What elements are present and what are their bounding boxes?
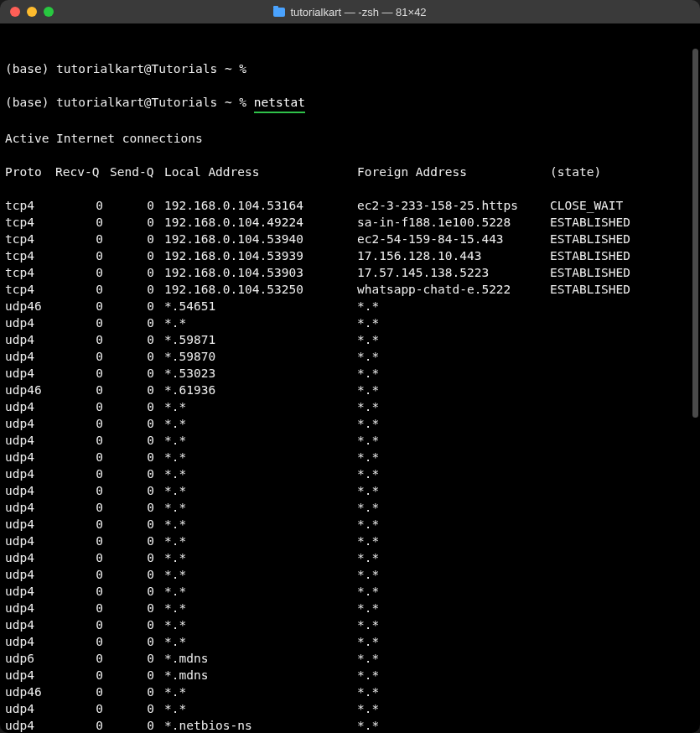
cell-recvq: 0 <box>55 616 110 633</box>
col-sendq: Send-Q <box>110 164 164 180</box>
cell-proto: tcp4 <box>5 264 55 281</box>
cell-state <box>550 549 695 566</box>
window-titlebar[interactable]: tutorialkart — -zsh — 81×42 <box>0 0 700 23</box>
cell-foreign: 17.156.128.10.443 <box>357 247 550 264</box>
cell-sendq: 0 <box>110 482 164 499</box>
cell-recvq: 0 <box>55 264 110 281</box>
cell-recvq: 0 <box>55 281 110 298</box>
cell-sendq: 0 <box>110 650 164 667</box>
cell-local: *.* <box>164 583 357 600</box>
cell-foreign: *.* <box>357 382 550 398</box>
cell-recvq: 0 <box>55 331 110 348</box>
cell-local: *.59871 <box>164 331 357 348</box>
cell-proto: udp4 <box>5 583 55 600</box>
cell-state <box>550 482 695 499</box>
cell-proto: udp4 <box>5 499 55 516</box>
cell-recvq: 0 <box>55 247 110 264</box>
cell-sendq: 0 <box>110 315 164 331</box>
cell-foreign: *.* <box>357 566 550 583</box>
cell-local: *.61936 <box>164 382 357 398</box>
cell-proto: tcp4 <box>5 231 55 247</box>
table-row: udp400*.**.* <box>5 700 695 717</box>
cell-state <box>550 432 695 449</box>
cell-foreign: *.* <box>357 465 550 482</box>
table-row: udp400*.**.* <box>5 516 695 533</box>
cell-local: *.* <box>164 315 357 331</box>
col-recvq: Recv-Q <box>55 164 110 180</box>
cell-sendq: 0 <box>110 197 164 214</box>
cell-sendq: 0 <box>110 516 164 533</box>
table-row: udp400*.**.* <box>5 566 695 583</box>
cell-recvq: 0 <box>55 449 110 465</box>
cell-foreign: *.* <box>357 633 550 650</box>
cell-proto: tcp4 <box>5 281 55 298</box>
cell-sendq: 0 <box>110 365 164 382</box>
cell-proto: udp46 <box>5 382 55 398</box>
cell-proto: udp6 <box>5 650 55 667</box>
close-icon[interactable] <box>10 7 20 17</box>
cell-local: *.54651 <box>164 298 357 315</box>
window-title-text: tutorialkart — -zsh — 81×42 <box>290 6 426 18</box>
cell-state <box>550 633 695 650</box>
cell-recvq: 0 <box>55 197 110 214</box>
table-row: udp4600*.54651*.* <box>5 298 695 315</box>
cell-recvq: 0 <box>55 717 110 733</box>
cell-sendq: 0 <box>110 616 164 633</box>
cell-state <box>550 700 695 717</box>
cell-sendq: 0 <box>110 264 164 281</box>
cell-sendq: 0 <box>110 432 164 449</box>
cell-foreign: *.* <box>357 717 550 733</box>
cell-local: 192.168.0.104.53940 <box>164 231 357 247</box>
cell-proto: udp4 <box>5 365 55 382</box>
table-row: udp400*.53023*.* <box>5 365 695 382</box>
cell-recvq: 0 <box>55 231 110 247</box>
cell-sendq: 0 <box>110 583 164 600</box>
minimize-icon[interactable] <box>27 7 37 17</box>
scrollbar[interactable] <box>692 49 698 418</box>
cell-proto: udp4 <box>5 331 55 348</box>
table-row: udp400*.**.* <box>5 449 695 465</box>
cell-proto: udp4 <box>5 600 55 616</box>
cell-sendq: 0 <box>110 281 164 298</box>
window-title: tutorialkart — -zsh — 81×42 <box>0 6 700 18</box>
cell-local: *.53023 <box>164 365 357 382</box>
cell-state: ESTABLISHED <box>550 247 695 264</box>
table-row: udp400*.**.* <box>5 415 695 432</box>
table-row: udp4600*.**.* <box>5 684 695 700</box>
table-row: tcp400192.168.0.104.5393917.156.128.10.4… <box>5 247 695 264</box>
cell-local: 192.168.0.104.53939 <box>164 247 357 264</box>
cell-proto: udp4 <box>5 549 55 566</box>
cell-local: *.* <box>164 499 357 516</box>
table-header: ProtoRecv-QSend-QLocal AddressForeign Ad… <box>5 164 695 180</box>
cell-local: *.* <box>164 516 357 533</box>
zoom-icon[interactable] <box>44 7 54 17</box>
cell-recvq: 0 <box>55 583 110 600</box>
cell-local: *.* <box>164 700 357 717</box>
cell-state: ESTABLISHED <box>550 264 695 281</box>
table-row: udp400*.**.* <box>5 616 695 633</box>
cell-state <box>550 348 695 365</box>
cell-foreign: ec2-3-233-158-25.https <box>357 197 550 214</box>
col-local: Local Address <box>164 164 357 180</box>
table-row: udp400*.**.* <box>5 482 695 499</box>
table-row: udp400*.**.* <box>5 499 695 516</box>
cell-state <box>550 616 695 633</box>
terminal-output[interactable]: (base) tutorialkart@Tutorials ~ % (base)… <box>0 23 700 733</box>
cell-local: *.* <box>164 616 357 633</box>
cell-state <box>550 298 695 315</box>
cell-proto: udp4 <box>5 566 55 583</box>
prompt-line-command: (base) tutorialkart@Tutorials ~ % netsta… <box>5 94 695 113</box>
table-row: udp400*.59871*.* <box>5 331 695 348</box>
table-row: udp400*.59870*.* <box>5 348 695 365</box>
cell-foreign: *.* <box>357 365 550 382</box>
cell-local: *.mdns <box>164 650 357 667</box>
cell-local: 192.168.0.104.49224 <box>164 214 357 231</box>
cell-recvq: 0 <box>55 348 110 365</box>
cell-state <box>550 533 695 549</box>
cell-local: *.* <box>164 432 357 449</box>
cell-recvq: 0 <box>55 482 110 499</box>
cell-state <box>550 415 695 432</box>
cell-sendq: 0 <box>110 684 164 700</box>
cell-proto: udp4 <box>5 717 55 733</box>
table-row: udp600*.mdns*.* <box>5 650 695 667</box>
